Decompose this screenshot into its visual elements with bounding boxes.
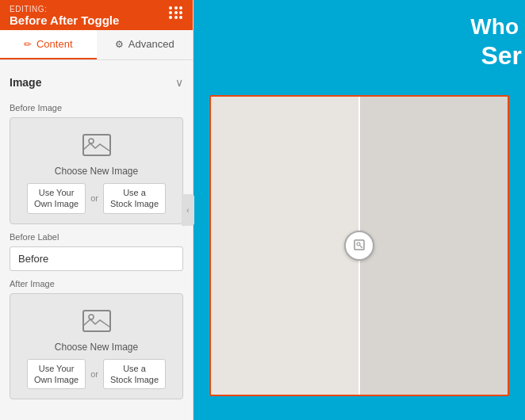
svg-point-3 <box>89 315 94 319</box>
or-label: or <box>90 193 98 203</box>
left-panel: EDITING: Before After Toggle ✏ Content ⚙… <box>0 0 194 420</box>
after-image-picker-label: Choose New Image <box>55 342 138 353</box>
before-label-input[interactable] <box>10 246 183 271</box>
svg-rect-0 <box>83 135 110 155</box>
after-image-label: After Image <box>10 279 183 288</box>
right-panel: Who Ser <box>194 0 525 420</box>
collapse-handle[interactable]: ‹ <box>182 194 194 226</box>
before-panel <box>211 97 358 395</box>
after-image-placeholder-icon <box>81 307 113 335</box>
tab-content[interactable]: ✏ Content <box>0 30 97 59</box>
before-image-buttons: Use YourOwn Image or Use aStock Image <box>27 183 166 214</box>
tabs-bar: ✏ Content ⚙ Advanced <box>0 30 193 60</box>
panel-content: Image ∨ Before Image Choose New Image Us… <box>0 60 193 420</box>
before-image-label: Before Image <box>10 103 183 113</box>
ba-handle[interactable] <box>344 231 374 261</box>
use-stock-image-button[interactable]: Use aStock Image <box>103 183 166 214</box>
section-title: Image <box>10 76 41 89</box>
after-panel <box>360 97 508 395</box>
editing-label: EDITING: <box>10 5 119 13</box>
svg-point-1 <box>89 139 94 143</box>
editing-title: Before After Toggle <box>10 13 119 27</box>
after-use-own-image-button[interactable]: Use YourOwn Image <box>27 359 86 390</box>
editing-header: EDITING: Before After Toggle <box>0 0 193 30</box>
grid-icon[interactable] <box>169 6 183 19</box>
ba-handle-icon <box>352 238 366 254</box>
tab-advanced[interactable]: ⚙ Advanced <box>97 30 194 59</box>
use-own-image-button[interactable]: Use YourOwn Image <box>27 183 86 214</box>
after-image-picker[interactable]: Choose New Image Use YourOwn Image or Us… <box>10 293 183 400</box>
pencil-icon: ✏ <box>24 39 32 50</box>
ba-divider <box>358 97 360 395</box>
after-use-stock-image-button[interactable]: Use aStock Image <box>103 359 166 390</box>
before-after-widget[interactable] <box>209 95 509 396</box>
svg-rect-2 <box>83 311 110 331</box>
sliders-icon: ⚙ <box>115 39 124 50</box>
ser-text: Ser <box>481 41 525 71</box>
before-image-picker[interactable]: Choose New Image Use YourOwn Image or Us… <box>10 117 183 224</box>
svg-point-5 <box>357 242 360 246</box>
who-text: Who <box>470 14 525 40</box>
before-image-picker-label: Choose New Image <box>55 166 138 177</box>
after-image-buttons: Use YourOwn Image or Use aStock Image <box>27 359 166 390</box>
before-label-field-label: Before Label <box>10 232 183 242</box>
chevron-down-icon[interactable]: ∨ <box>175 76 183 89</box>
image-placeholder-icon <box>81 131 113 159</box>
image-section-header: Image ∨ <box>10 70 183 95</box>
after-or-label: or <box>90 369 98 379</box>
